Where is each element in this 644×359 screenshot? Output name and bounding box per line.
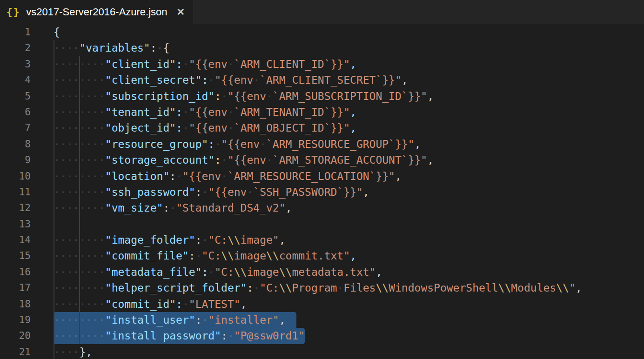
line-content[interactable]: ········"subscription_id":·"{{env·`ARM_S… bbox=[54, 88, 434, 104]
line-content[interactable]: ········"vm_size":·"Standard_DS4_v2", bbox=[54, 200, 292, 216]
code-line-19[interactable]: 19········"install_user":·"installer", bbox=[0, 312, 644, 328]
code-line-6[interactable]: 6········"tenant_id":·"{{env·`ARM_TENANT… bbox=[0, 104, 644, 120]
line-number[interactable]: 5 bbox=[0, 88, 31, 104]
code-text: ········"install_password":·"P@ssw0rd1" bbox=[54, 330, 305, 342]
line-number[interactable]: 18 bbox=[0, 296, 31, 312]
line-number[interactable]: 2 bbox=[0, 40, 31, 56]
line-content[interactable]: ········"location":·"{{env·`ARM_RESOURCE… bbox=[54, 168, 402, 184]
code-line-9[interactable]: 9········"storage_account":·"{{env·`ARM_… bbox=[0, 152, 644, 168]
line-number[interactable]: 19 bbox=[0, 312, 31, 328]
line-number[interactable]: 1 bbox=[0, 24, 31, 40]
line-number[interactable]: 3 bbox=[0, 56, 31, 72]
line-content[interactable]: ········"resource_group":·"{{env·`ARM_RE… bbox=[54, 136, 421, 152]
code-text: ········"install_user":·"installer", bbox=[54, 314, 286, 326]
line-content[interactable]: ········"image_folder":·"C:\\image", bbox=[54, 232, 286, 248]
tab-label: vs2017-Server2016-Azure.json bbox=[26, 6, 167, 18]
line-number[interactable]: 8 bbox=[0, 136, 31, 152]
line-content[interactable]: ········"client_id":·"{{env·`ARM_CLIENT_… bbox=[54, 56, 356, 72]
line-content[interactable]: { bbox=[54, 24, 60, 40]
code-editor[interactable]: 1{2····"variables":·{3········"client_id… bbox=[0, 24, 644, 359]
code-text: { bbox=[54, 26, 60, 38]
line-content[interactable]: ········"ssh_password":·"{{env·`SSH_PASS… bbox=[54, 184, 369, 200]
code-line-8[interactable]: 8········"resource_group":·"{{env·`ARM_R… bbox=[0, 136, 644, 152]
line-number[interactable]: 17 bbox=[0, 280, 31, 296]
code-text: ········"storage_account":·"{{env·`ARM_S… bbox=[54, 154, 434, 166]
code-text: ········"tenant_id":·"{{env·`ARM_TENANT_… bbox=[54, 106, 356, 118]
tab-vs2017-server2016-azure-json[interactable]: {} vs2017-Server2016-Azure.json ✕ bbox=[0, 0, 193, 24]
line-content[interactable]: ········"commit_id":·"LATEST", bbox=[54, 296, 247, 312]
code-text: ········"client_id":·"{{env·`ARM_CLIENT_… bbox=[54, 58, 356, 70]
line-number[interactable]: 12 bbox=[0, 200, 31, 216]
code-line-16[interactable]: 16········"metadata_file":·"C:\\image\\m… bbox=[0, 264, 644, 280]
code-line-4[interactable]: 4········"client_secret":·"{{env·`ARM_CL… bbox=[0, 72, 644, 88]
json-file-icon: {} bbox=[7, 7, 20, 18]
code-text: ········"metadata_file":·"C:\\image\\met… bbox=[54, 266, 382, 278]
code-text: ····"variables":·{ bbox=[54, 42, 169, 54]
code-line-5[interactable]: 5········"subscription_id":·"{{env·`ARM_… bbox=[0, 88, 644, 104]
code-line-18[interactable]: 18········"commit_id":·"LATEST", bbox=[0, 296, 644, 312]
line-content[interactable]: ········"storage_account":·"{{env·`ARM_S… bbox=[54, 152, 434, 168]
line-number[interactable]: 16 bbox=[0, 264, 31, 280]
code-line-17[interactable]: 17········"helper_script_folder":·"C:\\P… bbox=[0, 280, 644, 296]
code-line-7[interactable]: 7········"object_id":·"{{env·`ARM_OBJECT… bbox=[0, 120, 644, 136]
line-content[interactable]: ········"client_secret":·"{{env·`ARM_CLI… bbox=[54, 72, 408, 88]
code-text: ········"vm_size":·"Standard_DS4_v2", bbox=[54, 202, 292, 214]
line-content[interactable]: ········"helper_script_folder":·"C:\\Pro… bbox=[54, 280, 582, 296]
line-number[interactable]: 10 bbox=[0, 168, 31, 184]
code-line-12[interactable]: 12········"vm_size":·"Standard_DS4_v2", bbox=[0, 200, 644, 216]
code-line-10[interactable]: 10········"location":·"{{env·`ARM_RESOUR… bbox=[0, 168, 644, 184]
code-line-3[interactable]: 3········"client_id":·"{{env·`ARM_CLIENT… bbox=[0, 56, 644, 72]
code-text: ········"subscription_id":·"{{env·`ARM_S… bbox=[54, 90, 434, 102]
line-content[interactable]: ········"commit_file":·"C:\\image\\commi… bbox=[54, 248, 356, 264]
code-text: ········"commit_id":·"LATEST", bbox=[54, 298, 247, 310]
code-line-20[interactable]: 20········"install_password":·"P@ssw0rd1… bbox=[0, 328, 644, 344]
code-line-14[interactable]: 14········"image_folder":·"C:\\image", bbox=[0, 232, 644, 248]
line-number[interactable]: 21 bbox=[0, 344, 31, 359]
code-line-1[interactable]: 1{ bbox=[0, 24, 644, 40]
code-lines: 1{2····"variables":·{3········"client_id… bbox=[0, 24, 644, 359]
code-line-15[interactable]: 15········"commit_file":·"C:\\image\\com… bbox=[0, 248, 644, 264]
code-line-13[interactable]: 13 bbox=[0, 216, 644, 232]
line-number[interactable]: 11 bbox=[0, 184, 31, 200]
code-text: ········"ssh_password":·"{{env·`SSH_PASS… bbox=[54, 186, 369, 198]
line-number[interactable]: 6 bbox=[0, 104, 31, 120]
line-content[interactable]: ········"object_id":·"{{env·`ARM_OBJECT_… bbox=[54, 120, 356, 136]
line-number[interactable]: 13 bbox=[0, 216, 31, 232]
tab-bar: {} vs2017-Server2016-Azure.json ✕ bbox=[0, 0, 644, 24]
line-number[interactable]: 20 bbox=[0, 328, 31, 344]
code-text: ········"commit_file":·"C:\\image\\commi… bbox=[54, 250, 356, 262]
line-content[interactable]: ········"metadata_file":·"C:\\image\\met… bbox=[54, 264, 382, 280]
line-number[interactable]: 15 bbox=[0, 248, 31, 264]
line-content[interactable]: ········"install_user":·"installer", bbox=[54, 312, 286, 328]
line-content[interactable]: ········"tenant_id":·"{{env·`ARM_TENANT_… bbox=[54, 104, 356, 120]
line-number[interactable]: 14 bbox=[0, 232, 31, 248]
line-number[interactable]: 7 bbox=[0, 120, 31, 136]
code-text: ········"client_secret":·"{{env·`ARM_CLI… bbox=[54, 74, 408, 86]
code-text: ········"location":·"{{env·`ARM_RESOURCE… bbox=[54, 170, 402, 182]
code-text: ········"image_folder":·"C:\\image", bbox=[54, 234, 286, 246]
code-line-11[interactable]: 11········"ssh_password":·"{{env·`SSH_PA… bbox=[0, 184, 644, 200]
line-content[interactable]: ········"install_password":·"P@ssw0rd1" bbox=[54, 328, 305, 344]
line-number[interactable]: 9 bbox=[0, 152, 31, 168]
line-content[interactable]: ····"variables":·{ bbox=[54, 40, 169, 56]
code-line-21[interactable]: 21····}, bbox=[0, 344, 644, 359]
code-text: ········"object_id":·"{{env·`ARM_OBJECT_… bbox=[54, 122, 356, 134]
code-text: ········"resource_group":·"{{env·`ARM_RE… bbox=[54, 138, 421, 150]
tab-close-icon[interactable]: ✕ bbox=[176, 7, 185, 18]
line-content[interactable]: ····}, bbox=[54, 344, 92, 359]
code-line-2[interactable]: 2····"variables":·{ bbox=[0, 40, 644, 56]
line-number[interactable]: 4 bbox=[0, 72, 31, 88]
code-text: ····}, bbox=[54, 346, 92, 358]
code-text: ········"helper_script_folder":·"C:\\Pro… bbox=[54, 282, 582, 294]
